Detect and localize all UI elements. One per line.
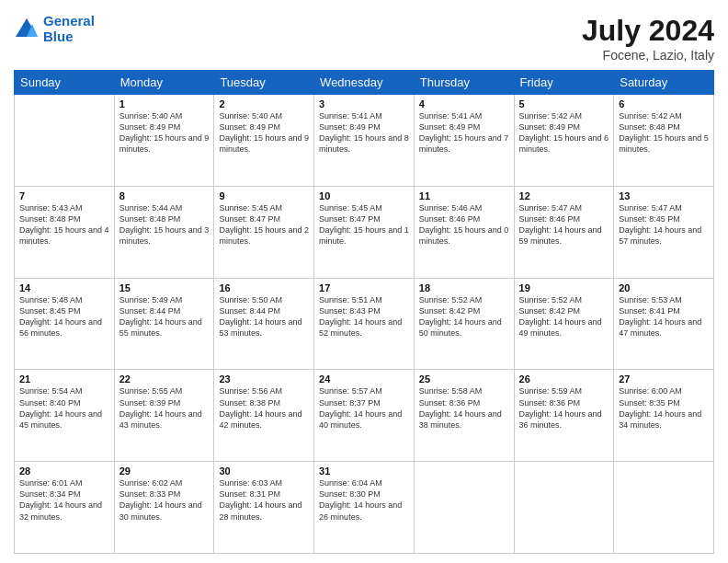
day-number: 31 xyxy=(319,465,409,477)
calendar-cell: 15Sunrise: 5:49 AMSunset: 8:44 PMDayligh… xyxy=(114,278,214,370)
calendar-cell: 22Sunrise: 5:55 AMSunset: 8:39 PMDayligh… xyxy=(114,370,214,462)
day-info: Sunrise: 5:42 AMSunset: 8:49 PMDaylight:… xyxy=(519,110,609,155)
calendar-cell: 18Sunrise: 5:52 AMSunset: 8:42 PMDayligh… xyxy=(414,278,514,370)
day-info: Sunrise: 5:59 AMSunset: 8:36 PMDaylight:… xyxy=(519,385,609,431)
calendar-cell: 8Sunrise: 5:44 AMSunset: 8:48 PMDaylight… xyxy=(114,186,214,278)
col-saturday: Saturday xyxy=(614,71,714,95)
calendar-cell: 7Sunrise: 5:43 AMSunset: 8:48 PMDaylight… xyxy=(15,186,115,278)
day-info: Sunrise: 5:45 AMSunset: 8:47 PMDaylight:… xyxy=(219,202,309,247)
day-number: 3 xyxy=(319,98,409,109)
month-title: July 2024 xyxy=(582,14,714,48)
day-info: Sunrise: 5:40 AMSunset: 8:49 PMDaylight:… xyxy=(119,110,210,155)
calendar-cell: 14Sunrise: 5:48 AMSunset: 8:45 PMDayligh… xyxy=(15,278,115,370)
day-info: Sunrise: 5:47 AMSunset: 8:46 PMDaylight:… xyxy=(519,202,609,247)
day-number: 4 xyxy=(419,98,509,109)
day-number: 20 xyxy=(619,282,709,293)
day-number: 25 xyxy=(419,373,509,385)
day-number: 21 xyxy=(19,373,109,385)
day-info: Sunrise: 5:58 AMSunset: 8:36 PMDaylight:… xyxy=(419,385,509,431)
header: General Blue July 2024 Focene, Lazio, It… xyxy=(14,14,714,63)
header-row: Sunday Monday Tuesday Wednesday Thursday… xyxy=(15,71,714,95)
week-row-3: 21Sunrise: 5:54 AMSunset: 8:40 PMDayligh… xyxy=(15,370,714,462)
day-info: Sunrise: 5:54 AMSunset: 8:40 PMDaylight:… xyxy=(19,385,109,431)
logo: General Blue xyxy=(14,14,95,44)
day-info: Sunrise: 5:45 AMSunset: 8:47 PMDaylight:… xyxy=(319,202,409,247)
calendar-cell: 9Sunrise: 5:45 AMSunset: 8:47 PMDaylight… xyxy=(214,186,314,278)
day-info: Sunrise: 6:00 AMSunset: 8:35 PMDaylight:… xyxy=(619,385,709,431)
calendar-cell: 26Sunrise: 5:59 AMSunset: 8:36 PMDayligh… xyxy=(514,370,614,462)
day-number: 8 xyxy=(119,190,210,201)
day-info: Sunrise: 5:42 AMSunset: 8:48 PMDaylight:… xyxy=(619,110,709,155)
day-number: 27 xyxy=(619,373,709,385)
day-info: Sunrise: 5:44 AMSunset: 8:48 PMDaylight:… xyxy=(119,202,210,247)
calendar-cell xyxy=(614,462,714,554)
calendar-cell: 31Sunrise: 6:04 AMSunset: 8:30 PMDayligh… xyxy=(314,462,415,554)
calendar-table: Sunday Monday Tuesday Wednesday Thursday… xyxy=(14,70,714,554)
day-number: 18 xyxy=(419,282,509,293)
day-info: Sunrise: 5:55 AMSunset: 8:39 PMDaylight:… xyxy=(119,385,210,431)
col-friday: Friday xyxy=(514,71,614,95)
calendar-cell: 21Sunrise: 5:54 AMSunset: 8:40 PMDayligh… xyxy=(15,370,115,462)
day-number: 6 xyxy=(619,98,709,109)
day-number: 28 xyxy=(19,465,109,477)
day-number: 24 xyxy=(319,373,409,385)
calendar-cell: 16Sunrise: 5:50 AMSunset: 8:44 PMDayligh… xyxy=(214,278,314,370)
day-number: 19 xyxy=(519,282,609,293)
calendar-cell xyxy=(414,462,514,554)
calendar-cell: 25Sunrise: 5:58 AMSunset: 8:36 PMDayligh… xyxy=(414,370,514,462)
day-number: 14 xyxy=(19,282,109,293)
day-number: 23 xyxy=(219,373,309,385)
day-info: Sunrise: 5:41 AMSunset: 8:49 PMDaylight:… xyxy=(419,110,509,155)
calendar-cell: 2Sunrise: 5:40 AMSunset: 8:49 PMDaylight… xyxy=(214,95,314,187)
week-row-4: 28Sunrise: 6:01 AMSunset: 8:34 PMDayligh… xyxy=(15,462,714,554)
day-number: 16 xyxy=(219,282,309,293)
day-number: 17 xyxy=(319,282,409,293)
col-thursday: Thursday xyxy=(414,71,514,95)
day-info: Sunrise: 5:51 AMSunset: 8:43 PMDaylight:… xyxy=(319,294,409,339)
day-info: Sunrise: 6:04 AMSunset: 8:30 PMDaylight:… xyxy=(319,477,409,523)
calendar-cell: 29Sunrise: 6:02 AMSunset: 8:33 PMDayligh… xyxy=(114,462,214,554)
calendar-cell: 24Sunrise: 5:57 AMSunset: 8:37 PMDayligh… xyxy=(314,370,415,462)
calendar-cell: 11Sunrise: 5:46 AMSunset: 8:46 PMDayligh… xyxy=(414,186,514,278)
day-info: Sunrise: 5:46 AMSunset: 8:46 PMDaylight:… xyxy=(419,202,509,247)
day-info: Sunrise: 5:40 AMSunset: 8:49 PMDaylight:… xyxy=(219,110,309,155)
calendar-cell: 23Sunrise: 5:56 AMSunset: 8:38 PMDayligh… xyxy=(214,370,314,462)
calendar-cell: 12Sunrise: 5:47 AMSunset: 8:46 PMDayligh… xyxy=(514,186,614,278)
day-info: Sunrise: 5:52 AMSunset: 8:42 PMDaylight:… xyxy=(419,294,509,339)
location: Focene, Lazio, Italy xyxy=(582,48,714,63)
calendar-cell: 27Sunrise: 6:00 AMSunset: 8:35 PMDayligh… xyxy=(614,370,714,462)
day-number: 9 xyxy=(219,190,309,201)
calendar-cell: 30Sunrise: 6:03 AMSunset: 8:31 PMDayligh… xyxy=(214,462,314,554)
logo-text: General Blue xyxy=(43,14,95,44)
day-info: Sunrise: 5:57 AMSunset: 8:37 PMDaylight:… xyxy=(319,385,409,431)
day-info: Sunrise: 6:01 AMSunset: 8:34 PMDaylight:… xyxy=(19,477,109,523)
week-row-2: 14Sunrise: 5:48 AMSunset: 8:45 PMDayligh… xyxy=(15,278,714,370)
day-info: Sunrise: 5:43 AMSunset: 8:48 PMDaylight:… xyxy=(19,202,109,247)
col-tuesday: Tuesday xyxy=(214,71,314,95)
day-info: Sunrise: 5:53 AMSunset: 8:41 PMDaylight:… xyxy=(619,294,709,339)
day-info: Sunrise: 5:47 AMSunset: 8:45 PMDaylight:… xyxy=(619,202,709,247)
day-number: 5 xyxy=(519,98,609,109)
title-section: July 2024 Focene, Lazio, Italy xyxy=(582,14,714,63)
day-number: 22 xyxy=(119,373,210,385)
day-number: 12 xyxy=(519,190,609,201)
week-row-0: 1Sunrise: 5:40 AMSunset: 8:49 PMDaylight… xyxy=(15,95,714,187)
calendar-cell: 19Sunrise: 5:52 AMSunset: 8:42 PMDayligh… xyxy=(514,278,614,370)
col-wednesday: Wednesday xyxy=(314,71,415,95)
day-number: 10 xyxy=(319,190,409,201)
day-info: Sunrise: 5:41 AMSunset: 8:49 PMDaylight:… xyxy=(319,110,409,155)
logo-icon xyxy=(14,17,40,42)
calendar-cell: 10Sunrise: 5:45 AMSunset: 8:47 PMDayligh… xyxy=(314,186,415,278)
calendar-cell: 13Sunrise: 5:47 AMSunset: 8:45 PMDayligh… xyxy=(614,186,714,278)
day-number: 1 xyxy=(119,98,210,109)
day-info: Sunrise: 5:48 AMSunset: 8:45 PMDaylight:… xyxy=(19,294,109,339)
day-number: 13 xyxy=(619,190,709,201)
day-number: 15 xyxy=(119,282,210,293)
calendar-cell xyxy=(15,95,115,187)
calendar-cell: 3Sunrise: 5:41 AMSunset: 8:49 PMDaylight… xyxy=(314,95,415,187)
day-info: Sunrise: 6:03 AMSunset: 8:31 PMDaylight:… xyxy=(219,477,309,523)
calendar-cell: 1Sunrise: 5:40 AMSunset: 8:49 PMDaylight… xyxy=(114,95,214,187)
calendar-cell: 4Sunrise: 5:41 AMSunset: 8:49 PMDaylight… xyxy=(414,95,514,187)
day-info: Sunrise: 5:56 AMSunset: 8:38 PMDaylight:… xyxy=(219,385,309,431)
calendar-cell: 20Sunrise: 5:53 AMSunset: 8:41 PMDayligh… xyxy=(614,278,714,370)
